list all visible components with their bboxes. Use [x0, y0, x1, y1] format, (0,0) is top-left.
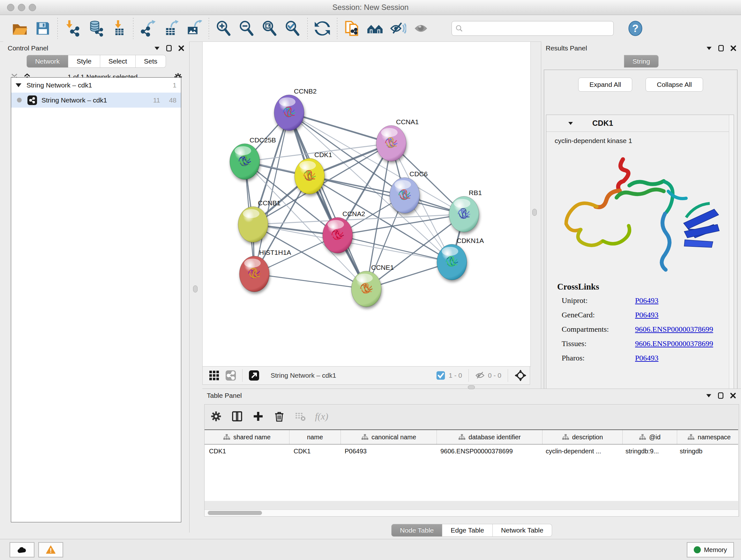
collapse-all-button[interactable]: Collapse All: [646, 78, 703, 91]
network-node-hist1h1a[interactable]: HIST1H1A: [239, 249, 291, 292]
network-edge[interactable]: [289, 113, 391, 143]
network-edge[interactable]: [254, 274, 366, 289]
tab-select[interactable]: Select: [100, 55, 136, 68]
panel-menu-icon[interactable]: [705, 45, 713, 52]
vertical-splitter-handle[interactable]: [193, 286, 198, 293]
results-panel-tabs: String: [541, 55, 741, 68]
table-cell[interactable]: cyclin-dependent ...: [541, 448, 621, 455]
panel-menu-icon[interactable]: [153, 45, 160, 52]
export-network-button[interactable]: [139, 19, 157, 37]
column-type-icon: [458, 434, 465, 441]
selected-checkbox-icon[interactable]: [436, 371, 446, 380]
network-icon: [27, 96, 37, 105]
import-network-from-database-button[interactable]: [86, 19, 105, 37]
toolbar-separator: [468, 369, 469, 382]
refresh-button[interactable]: [313, 19, 331, 37]
collection-expand-icon[interactable]: [16, 83, 21, 87]
network-view-title: String Network – cdk1: [271, 372, 336, 379]
tab-network[interactable]: Network: [26, 55, 68, 68]
birdseye-view-icon[interactable]: [515, 369, 527, 381]
panel-close-icon[interactable]: [178, 45, 185, 52]
network-collection-row[interactable]: String Network – cdk1 1: [11, 78, 181, 92]
expand-all-button[interactable]: Expand All: [578, 78, 632, 91]
open-session-button[interactable]: [11, 19, 29, 37]
network-row[interactable]: String Network – cdk1 11 48: [11, 92, 181, 108]
table-horizontal-scrollbar[interactable]: [205, 509, 738, 516]
scrollbar-thumb[interactable]: [208, 511, 262, 515]
table-cell[interactable]: CDK1: [205, 448, 289, 455]
column-header-canonical-name[interactable]: canonical name: [341, 430, 437, 444]
zoom-out-button[interactable]: [238, 19, 256, 37]
table-cell[interactable]: CDK1: [289, 448, 340, 455]
protein-collapse-icon[interactable]: [567, 120, 574, 126]
warnings-button[interactable]: [38, 542, 63, 557]
crosslink-link[interactable]: P06493: [635, 296, 658, 305]
table-cell[interactable]: stringdb: [675, 448, 739, 455]
memory-button[interactable]: Memory: [687, 542, 734, 557]
export-image-button[interactable]: [185, 19, 203, 37]
table-options-gear-icon[interactable]: [210, 410, 222, 423]
network-node-rb1[interactable]: RB1: [449, 189, 482, 232]
column-type-icon: [687, 434, 694, 441]
tab-style[interactable]: Style: [68, 55, 100, 68]
panel-close-icon[interactable]: [730, 392, 737, 399]
show-all-button[interactable]: [412, 19, 430, 37]
tab-network-table[interactable]: Network Table: [493, 524, 552, 537]
zoom-fit-button[interactable]: [261, 19, 279, 37]
card-scrollbar[interactable]: [729, 115, 734, 409]
network-edge[interactable]: [338, 235, 452, 262]
tab-edge-table[interactable]: Edge Table: [442, 524, 493, 537]
import-table-button[interactable]: [110, 19, 127, 37]
show-columns-icon[interactable]: [231, 410, 244, 423]
network-node-cdkn1a[interactable]: CDKN1A: [437, 237, 484, 280]
tab-node-table[interactable]: Node Table: [391, 524, 442, 537]
horizontal-splitter-handle[interactable]: [468, 385, 475, 389]
zoom-in-button[interactable]: [215, 19, 232, 37]
panel-float-icon[interactable]: [718, 45, 725, 52]
home-button[interactable]: [366, 19, 384, 37]
table-cell[interactable]: P06493: [340, 448, 436, 455]
help-button[interactable]: [626, 19, 644, 37]
crosslink-row: Pharos:P06493: [557, 354, 734, 362]
import-network-button[interactable]: [64, 19, 81, 37]
copy-style-button[interactable]: [343, 19, 361, 37]
hide-selected-button[interactable]: [389, 19, 407, 37]
table-row[interactable]: CDK1CDK1P064939606.ENSP00000378699cyclin…: [205, 444, 738, 458]
tab-string[interactable]: String: [624, 55, 659, 68]
tab-sets[interactable]: Sets: [136, 55, 166, 68]
grid-view-icon[interactable]: [208, 369, 220, 382]
crosslink-link[interactable]: 9606.ENSP00000378699: [635, 339, 713, 348]
column-header-namespace[interactable]: namespace: [677, 430, 741, 444]
save-session-button[interactable]: [34, 19, 52, 37]
delete-column-icon[interactable]: [273, 410, 286, 423]
network-edge[interactable]: [289, 113, 366, 289]
network-node-ccna1[interactable]: CCNA1: [376, 118, 419, 161]
network-badge-icon[interactable]: [224, 369, 237, 382]
crosslink-link[interactable]: 9606.ENSP00000378699: [635, 325, 713, 334]
hidden-eye-icon[interactable]: [475, 371, 485, 380]
table-cell[interactable]: stringdb:9...: [621, 448, 675, 455]
column-header-id[interactable]: @id: [623, 430, 677, 444]
cloud-button[interactable]: [10, 542, 35, 557]
panel-close-icon[interactable]: [730, 45, 737, 52]
panel-menu-icon[interactable]: [705, 392, 712, 399]
vertical-splitter-handle[interactable]: [532, 209, 537, 216]
column-header-description[interactable]: description: [542, 430, 623, 444]
network-view-canvas[interactable]: CCNB2CCNA1CDC25BCDK1CDC6RB1CCNB1CCNA2CDK…: [202, 42, 531, 367]
column-header-name[interactable]: name: [289, 430, 341, 444]
add-column-icon[interactable]: [252, 410, 265, 423]
crosslink-link[interactable]: P06493: [635, 354, 658, 362]
panel-float-icon[interactable]: [165, 45, 173, 52]
export-table-button[interactable]: [162, 19, 180, 37]
zoom-selected-button[interactable]: [284, 19, 301, 37]
detach-view-icon[interactable]: [248, 369, 260, 382]
network-node-ccnb2[interactable]: CCNB2: [274, 87, 317, 131]
column-header-shared-name[interactable]: shared name: [205, 430, 289, 444]
network-node-cdk1[interactable]: CDK1: [294, 151, 332, 194]
toolbar-separator: [307, 18, 308, 39]
column-header-database-identifier[interactable]: database identifier: [437, 430, 542, 444]
panel-float-icon[interactable]: [718, 392, 724, 399]
table-cell[interactable]: 9606.ENSP00000378699: [436, 448, 541, 455]
crosslink-link[interactable]: P06493: [635, 311, 658, 319]
search-input[interactable]: [466, 24, 610, 33]
